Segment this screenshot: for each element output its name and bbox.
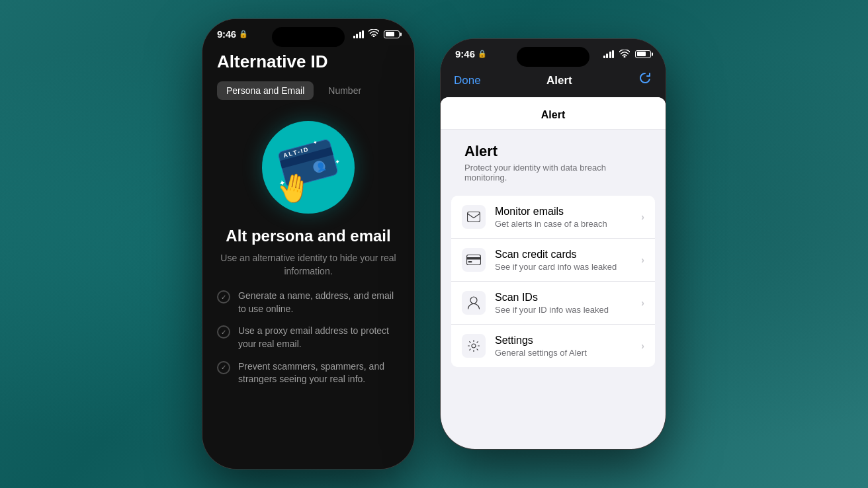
scan-ids-subtitle: See if your ID info was leaked (495, 305, 641, 315)
section-heading: Alert (464, 143, 642, 160)
alt-id-svg: ALT-ID 👤 ✦ ✦ ✦ 🤚 (265, 124, 351, 210)
settings-title: Settings (495, 335, 641, 346)
left-screen: 9:46 🔒 (202, 19, 414, 469)
right-screen: 9:46 🔒 (441, 39, 666, 449)
scan-ids-title: Scan IDs (495, 292, 641, 304)
nav-title: Alert (546, 74, 572, 87)
scan-credit-cards-text: Scan credit cards See if your card info … (495, 249, 641, 272)
nav-bar: Done Alert (441, 65, 666, 97)
dynamic-island-left (272, 27, 345, 47)
scan-credit-cards-title: Scan credit cards (495, 249, 641, 261)
feature-text-1: Generate a name, address, and email to u… (238, 290, 400, 315)
right-wifi-icon (619, 48, 630, 60)
tab-persona-email[interactable]: Persona and Email (217, 81, 314, 100)
feature-list: Generate a name, address, and email to u… (202, 290, 414, 386)
menu-item-monitor-emails[interactable]: Monitor emails Get alerts in case of a b… (451, 196, 655, 239)
menu-list: Monitor emails Get alerts in case of a b… (451, 196, 655, 367)
scan-credit-cards-subtitle: See if your card info was leaked (495, 262, 641, 272)
signal-bar-2 (356, 34, 358, 38)
r-signal-bar-1 (603, 56, 605, 58)
content-title: Alert (441, 97, 666, 130)
dynamic-island-right (517, 47, 589, 67)
left-wifi-icon (369, 29, 379, 39)
settings-subtitle: General settings of Alert (495, 348, 641, 358)
monitor-emails-chevron: › (641, 212, 644, 222)
signal-bar-1 (353, 36, 355, 38)
menu-item-scan-credit-cards[interactable]: Scan credit cards See if your card info … (451, 239, 655, 282)
svg-text:✦: ✦ (334, 157, 341, 166)
monitor-emails-text: Monitor emails Get alerts in case of a b… (495, 206, 641, 229)
left-phone: 9:46 🔒 (202, 19, 414, 469)
feature-item-3: Prevent scammers, spammers, and stranger… (217, 360, 400, 386)
scan-ids-text: Scan IDs See if your ID info was leaked (495, 292, 641, 315)
tab-pills: Persona and Email Number (217, 81, 400, 100)
right-status-icons (603, 48, 652, 60)
r-signal-bar-3 (609, 52, 611, 58)
svg-rect-10 (467, 255, 481, 265)
menu-item-settings[interactable]: Settings General settings of Alert › (451, 325, 655, 367)
settings-chevron: › (641, 341, 644, 351)
svg-rect-12 (468, 261, 472, 263)
settings-icon-wrap (462, 334, 486, 358)
feature-item-2: Use a proxy email address to protect you… (217, 325, 400, 350)
right-signal (603, 50, 615, 58)
credit-card-icon (466, 255, 481, 265)
svg-text:✦: ✦ (312, 140, 318, 147)
left-status-icons (353, 29, 400, 39)
scan-ids-icon-wrap (462, 291, 486, 315)
monitor-emails-icon-wrap (462, 205, 486, 229)
section-subtitle: Protect your identity with data breach m… (464, 163, 642, 183)
svg-rect-11 (467, 257, 481, 260)
scan-credit-cards-icon-wrap (462, 248, 486, 272)
scan-credit-cards-chevron: › (641, 255, 644, 265)
content-list-area: Alert Protect your identity with data br… (441, 130, 666, 367)
alt-id-headline: Alt persona and email (202, 227, 414, 245)
right-time: 9:46 (455, 48, 475, 60)
left-header: Alternative ID Persona and Email Number (202, 45, 414, 110)
done-button[interactable]: Done (454, 74, 481, 87)
left-time: 9:46 (217, 28, 236, 40)
left-lock-icon: 🔒 (239, 30, 248, 38)
tab-number[interactable]: Number (319, 81, 370, 100)
scan-ids-chevron: › (641, 298, 644, 308)
right-phone: 9:46 🔒 (441, 39, 666, 449)
refresh-button[interactable] (638, 71, 652, 89)
feature-check-2 (217, 325, 230, 339)
feature-check-3 (217, 361, 230, 374)
hero-illustration: ALT-ID 👤 ✦ ✦ ✦ 🤚 (202, 121, 414, 214)
svg-text:🤚: 🤚 (274, 169, 314, 208)
hero-circle: ALT-ID 👤 ✦ ✦ ✦ 🤚 (262, 121, 355, 214)
signal-bar-4 (362, 30, 364, 38)
phones-container: 9:46 🔒 (202, 19, 666, 469)
section-title-block: Alert Protect your identity with data br… (451, 130, 655, 186)
feature-item-1: Generate a name, address, and email to u… (217, 290, 400, 315)
left-battery-icon (384, 30, 400, 38)
r-signal-bar-4 (612, 50, 614, 58)
email-icon (467, 212, 480, 222)
gear-icon (467, 339, 480, 352)
svg-point-13 (470, 297, 477, 304)
left-title: Alternative ID (217, 52, 400, 72)
r-signal-bar-2 (606, 54, 608, 58)
right-lock-icon: 🔒 (478, 50, 487, 58)
feature-text-2: Use a proxy email address to protect you… (238, 325, 400, 350)
right-battery-fill (637, 52, 646, 56)
left-signal (353, 30, 365, 38)
content-area: Alert Alert Protect your identity with d… (441, 97, 666, 449)
feature-text-3: Prevent scammers, spammers, and stranger… (238, 360, 400, 386)
alt-id-subtitle: Use an alternative identity to hide your… (202, 252, 414, 278)
svg-point-14 (472, 344, 476, 348)
svg-rect-9 (468, 212, 480, 222)
monitor-emails-title: Monitor emails (495, 206, 641, 218)
feature-check-1 (217, 290, 230, 304)
right-battery-icon (635, 50, 651, 58)
person-icon (468, 296, 480, 309)
signal-bar-3 (359, 32, 361, 38)
refresh-icon (638, 71, 652, 86)
menu-item-scan-ids[interactable]: Scan IDs See if your ID info was leaked … (451, 282, 655, 325)
settings-text: Settings General settings of Alert (495, 335, 641, 358)
monitor-emails-subtitle: Get alerts in case of a breach (495, 219, 641, 229)
left-battery-fill (386, 32, 394, 36)
